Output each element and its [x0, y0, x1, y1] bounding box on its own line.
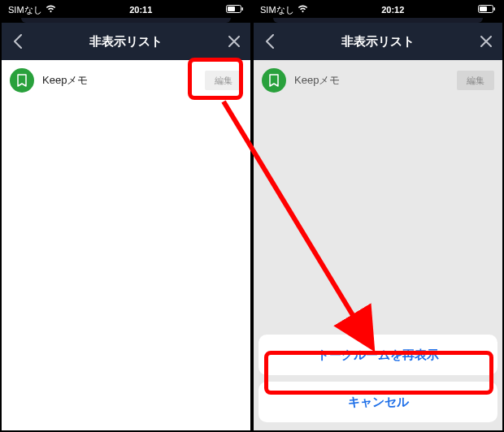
svg-rect-4 [493, 7, 495, 11]
wifi-icon [46, 5, 56, 15]
page-title: 非表示リスト [254, 34, 502, 50]
content-area: Keepメモ 編集 トークルームを再表示 キャンセル [254, 60, 502, 430]
svg-rect-5 [480, 6, 487, 11]
svg-rect-2 [228, 6, 235, 11]
content-area: Keepメモ 編集 [2, 60, 250, 430]
list-item[interactable]: Keepメモ 編集 [2, 60, 250, 101]
clock-text: 20:11 [129, 5, 152, 15]
carrier-text: SIMなし [8, 4, 42, 16]
nav-bar: 非表示リスト [254, 23, 502, 60]
svg-rect-1 [241, 7, 243, 11]
edit-button[interactable]: 編集 [205, 71, 242, 90]
list-item-name: Keepメモ [42, 73, 197, 88]
wifi-icon [298, 5, 308, 15]
close-button[interactable] [470, 35, 502, 48]
carrier-text: SIMなし [260, 4, 294, 16]
back-button[interactable] [254, 34, 286, 49]
nav-bar: 非表示リスト [2, 23, 250, 60]
status-bar: SIMなし 20:12 [254, 2, 502, 18]
clock-text: 20:12 [381, 5, 404, 15]
back-button[interactable] [2, 34, 34, 49]
edit-button[interactable]: 編集 [457, 71, 494, 90]
action-sheet: トークルームを再表示 キャンセル [259, 335, 497, 429]
cancel-button[interactable]: キャンセル [259, 382, 497, 422]
screenshot-right: SIMなし 20:12 非表示リスト Keepメモ 編集 [252, 0, 504, 432]
list-item-name: Keepメモ [294, 73, 449, 88]
battery-icon [478, 5, 496, 15]
avatar [10, 68, 34, 93]
screenshot-left: SIMなし 20:11 非表示リスト Keepメモ 編集 [0, 0, 252, 432]
reshow-room-button[interactable]: トークルームを再表示 [259, 335, 497, 375]
status-bar: SIMなし 20:11 [2, 2, 250, 18]
battery-icon [226, 5, 244, 15]
avatar [262, 68, 286, 93]
close-button[interactable] [218, 35, 250, 48]
page-title: 非表示リスト [2, 34, 250, 50]
list-item[interactable]: Keepメモ 編集 [254, 60, 502, 101]
